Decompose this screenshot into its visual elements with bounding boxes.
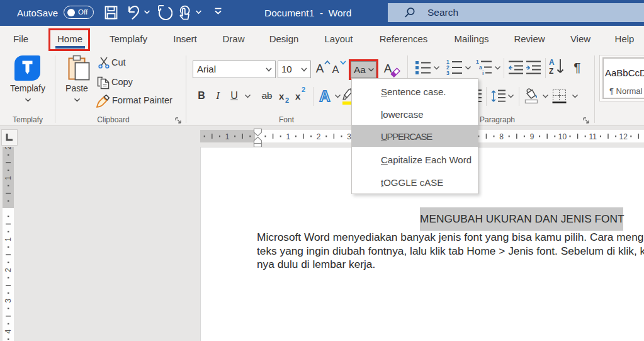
svg-text:2: 2 <box>4 268 13 272</box>
svg-text:1: 1 <box>4 176 13 180</box>
svg-text:4: 4 <box>4 329 13 333</box>
svg-text:9: 9 <box>530 132 534 141</box>
svg-text:3: 3 <box>4 298 13 303</box>
svg-text:12: 12 <box>619 132 628 141</box>
svg-text:3: 3 <box>446 70 449 76</box>
svg-text:i: i <box>482 70 483 76</box>
svg-text:A: A <box>549 58 555 67</box>
svg-text:2: 2 <box>317 132 321 141</box>
svg-text:1: 1 <box>225 132 230 141</box>
svg-text:1: 1 <box>286 132 290 141</box>
svg-text:2: 2 <box>4 147 13 149</box>
svg-text:8: 8 <box>499 132 504 141</box>
svg-text:10: 10 <box>558 132 567 141</box>
svg-text:Z: Z <box>549 67 553 76</box>
svg-text:11: 11 <box>589 132 597 141</box>
svg-text:1: 1 <box>4 237 13 241</box>
svg-text:A: A <box>319 88 330 105</box>
